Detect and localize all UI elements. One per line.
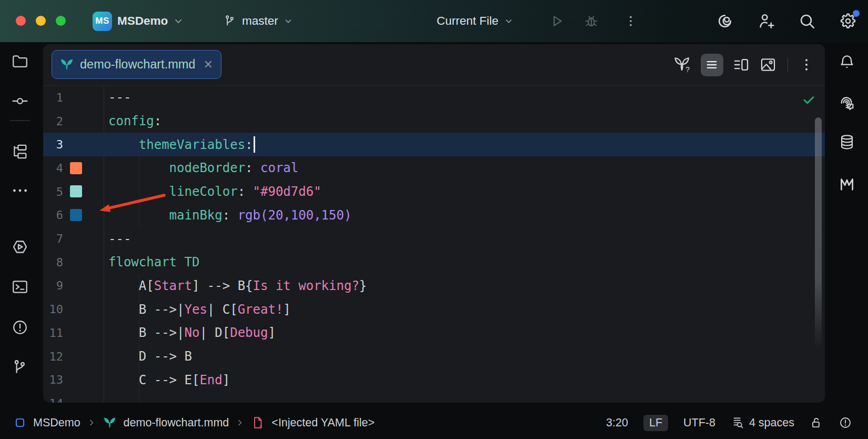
breadcrumb-file[interactable]: demo-flowchart.mmd xyxy=(124,416,229,430)
line-number[interactable]: 4 xyxy=(43,156,63,180)
view-editor-only-button[interactable] xyxy=(701,54,723,76)
code-line-4[interactable]: 4 nodeBorder: coral xyxy=(43,156,825,180)
debug-button[interactable] xyxy=(583,0,600,42)
code-line-7[interactable]: 7--- xyxy=(43,227,825,251)
terminal-tool-button[interactable] xyxy=(10,277,30,297)
code-line-10[interactable]: 10 B -->|Yes| C[Great!] xyxy=(43,297,825,321)
code-text: B -->|Yes| C[Great!] xyxy=(108,297,291,321)
vcs-branch-widget[interactable]: master xyxy=(223,0,293,42)
tab-demo-flowchart[interactable]: demo-flowchart.mmd ✕ xyxy=(52,50,221,79)
line-number[interactable]: 3 xyxy=(43,133,63,156)
encoding-widget[interactable]: UTF-8 xyxy=(683,416,715,430)
line-number[interactable]: 14 xyxy=(43,392,63,403)
project-name: MSDemo xyxy=(117,14,168,28)
unlocked-padlock-icon[interactable] xyxy=(810,416,823,430)
zoom-window-button[interactable] xyxy=(56,16,66,26)
ai-chat-tool-button[interactable] xyxy=(837,93,857,113)
gutter-color-swatch[interactable] xyxy=(70,162,82,174)
code-line-9[interactable]: 9 A[Start] --> B{Is it working?} xyxy=(43,274,825,298)
indent-style-icon xyxy=(731,416,744,430)
code-line-13[interactable]: 13 C --> E[End] xyxy=(43,368,825,392)
line-number[interactable]: 10 xyxy=(43,297,63,321)
line-number[interactable]: 11 xyxy=(43,321,63,345)
mermaid-chart-m-icon xyxy=(838,175,856,193)
code-line-12[interactable]: 12 D --> B xyxy=(43,345,825,368)
indent-widget[interactable]: 4 spaces xyxy=(731,416,794,430)
indent-label: 4 spaces xyxy=(749,416,794,430)
line-number[interactable]: 6 xyxy=(43,204,63,227)
project-tool-button[interactable] xyxy=(10,52,30,72)
structure-tool-button[interactable] xyxy=(10,142,30,162)
tool-window-widget-icon[interactable] xyxy=(14,416,26,429)
line-number[interactable]: 1 xyxy=(43,86,63,109)
ai-assistant-icon[interactable] xyxy=(715,12,734,31)
line-number[interactable]: 13 xyxy=(43,368,63,392)
editor-view-controls: ? xyxy=(673,44,815,85)
code-text: config: xyxy=(108,109,162,133)
bell-icon xyxy=(838,53,856,71)
run-button[interactable] xyxy=(548,0,565,42)
code-line-5[interactable]: 5 lineColor: "#90d7d6" xyxy=(43,180,825,204)
svg-text:?: ? xyxy=(685,65,690,74)
commit-tool-button[interactable] xyxy=(10,91,30,111)
line-number[interactable]: 12 xyxy=(43,345,63,368)
code-line-3[interactable]: 3 themeVariables: xyxy=(43,133,825,156)
line-number[interactable]: 2 xyxy=(43,109,63,133)
project-widget[interactable]: MS MSDemo xyxy=(93,0,184,42)
code-line-8[interactable]: 8flowchart TD xyxy=(43,251,825,274)
terminal-icon xyxy=(11,278,29,296)
code-line-14[interactable]: 14 xyxy=(43,392,825,403)
code-line-6[interactable]: 6 mainBkg: rgb(20,100,150) xyxy=(43,204,825,227)
run-configuration-name: Current File xyxy=(437,14,499,28)
editor-and-preview-icon[interactable] xyxy=(732,56,750,74)
code-line-1[interactable]: 1--- xyxy=(43,86,825,109)
database-icon xyxy=(838,133,856,151)
caret-position-widget[interactable]: 3:20 xyxy=(606,416,628,430)
line-number[interactable]: 8 xyxy=(43,251,63,274)
problems-tool-button[interactable] xyxy=(10,317,30,337)
inspections-ok-checkmark-icon[interactable] xyxy=(802,93,816,107)
breadcrumb-injected-fragment[interactable]: <Injected YAML file> xyxy=(271,416,375,430)
commit-icon xyxy=(11,92,29,110)
problems-alert-icon xyxy=(11,318,29,336)
code-text: C --> E[End] xyxy=(108,368,230,392)
chevron-right-icon xyxy=(87,418,96,427)
more-actions-button[interactable] xyxy=(624,0,638,42)
ide-window: MS MSDemo master Current File xyxy=(0,0,868,439)
mermaid-help-icon[interactable]: ? xyxy=(673,55,692,74)
code-line-2[interactable]: 2config: xyxy=(43,109,825,133)
run-configuration-widget[interactable]: Current File xyxy=(437,0,513,42)
chevron-right-icon xyxy=(236,418,244,427)
add-user-icon[interactable] xyxy=(756,12,775,31)
error-highlight-icon[interactable] xyxy=(839,416,852,430)
mermaid-file-icon xyxy=(103,416,117,430)
mermaid-chart-tool-button[interactable] xyxy=(837,174,857,194)
close-window-button[interactable] xyxy=(16,16,26,26)
code-editor[interactable]: 1---2config:3 themeVariables:4 nodeBorde… xyxy=(43,86,825,403)
search-icon[interactable] xyxy=(798,12,816,31)
line-number[interactable]: 7 xyxy=(43,227,63,251)
breadcrumb-project[interactable]: MSDemo xyxy=(33,416,80,430)
database-tool-button[interactable] xyxy=(837,132,857,152)
editor-kebab-menu-icon[interactable] xyxy=(799,57,814,73)
notifications-tool-button[interactable] xyxy=(837,52,857,72)
gutter-color-swatch[interactable] xyxy=(70,209,82,221)
settings-button[interactable] xyxy=(839,12,857,31)
code-line-11[interactable]: 11 B -->|No| D[Debug] xyxy=(43,321,825,345)
line-number[interactable]: 9 xyxy=(43,274,63,298)
git-tool-button[interactable] xyxy=(10,357,30,377)
editor-scrollbar[interactable] xyxy=(815,117,822,349)
services-play-hexagon-icon xyxy=(11,237,29,256)
preview-only-icon[interactable] xyxy=(759,56,777,74)
more-tool-windows-button[interactable] xyxy=(10,181,30,201)
settings-notification-badge xyxy=(853,10,860,17)
chevron-down-icon xyxy=(504,16,513,26)
editor-tab-bar: demo-flowchart.mmd ✕ ? xyxy=(43,44,825,86)
gutter-color-swatch[interactable] xyxy=(70,185,82,197)
close-tab-icon[interactable]: ✕ xyxy=(203,59,213,71)
minimize-window-button[interactable] xyxy=(36,16,46,26)
services-tool-button[interactable] xyxy=(10,237,30,257)
line-separator-widget[interactable]: LF xyxy=(643,415,668,431)
status-widgets: 3:20 LF UTF-8 4 spaces xyxy=(606,415,852,431)
line-number[interactable]: 5 xyxy=(43,180,63,204)
